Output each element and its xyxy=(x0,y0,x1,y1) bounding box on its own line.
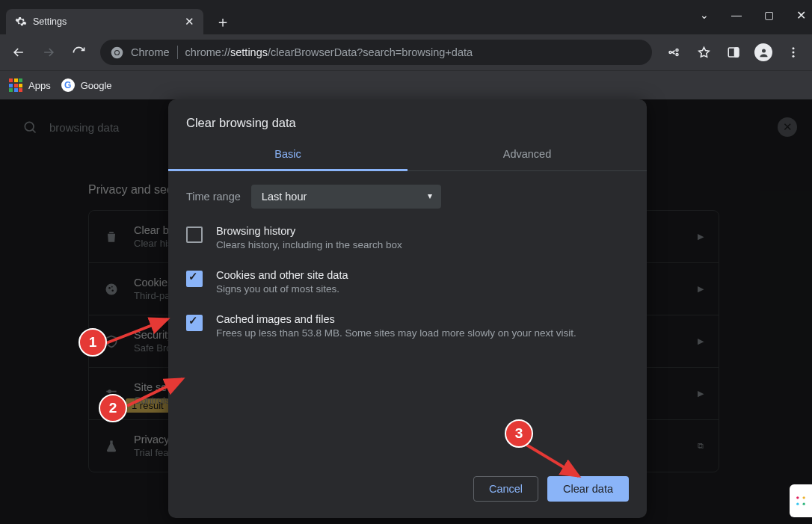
checkbox[interactable] xyxy=(186,226,203,243)
svg-rect-19 xyxy=(793,493,808,508)
reload-button[interactable] xyxy=(66,40,91,65)
minimize-icon[interactable]: ― xyxy=(731,9,742,21)
time-range-row: Time range Last hour xyxy=(186,185,629,209)
option-title: Browsing history xyxy=(216,225,402,237)
clear-data-option: Browsing historyClears history, includin… xyxy=(186,225,629,253)
omnibox-url: chrome://settings/clearBrowserData?searc… xyxy=(185,46,473,58)
svg-point-8 xyxy=(793,55,795,58)
dialog-title: Clear browsing data xyxy=(168,99,647,139)
clear-data-option: Cached images and filesFrees up less tha… xyxy=(186,313,629,341)
time-range-label: Time range xyxy=(186,191,241,203)
bookmark-star-icon[interactable] xyxy=(691,40,716,65)
svg-point-23 xyxy=(803,503,805,505)
annotation-arrow-3 xyxy=(523,442,591,487)
annotation-badge-1: 1 xyxy=(79,328,107,357)
annotation-arrow-1 xyxy=(103,316,178,354)
clear-data-option: Cookies and other site dataSigns you out… xyxy=(186,269,629,297)
new-tab-button[interactable]: ＋ xyxy=(212,11,233,32)
svg-point-5 xyxy=(762,49,766,52)
dialog-tabs: Basic Advanced xyxy=(168,139,647,171)
chevron-down-icon[interactable]: ⌄ xyxy=(700,9,709,21)
svg-point-7 xyxy=(793,52,795,54)
option-desc: Clears history, including in the search … xyxy=(216,238,402,253)
share-icon[interactable] xyxy=(661,40,686,65)
checkbox[interactable] xyxy=(186,271,203,287)
sidepanel-icon[interactable] xyxy=(721,40,746,65)
omnibox-divider xyxy=(177,46,178,59)
svg-point-20 xyxy=(796,496,799,499)
google-g-icon: G xyxy=(61,78,75,92)
annotation-badge-2: 2 xyxy=(99,394,127,422)
back-button[interactable] xyxy=(6,40,31,65)
annotation-badge-3: 3 xyxy=(505,419,533,448)
bookmark-apps[interactable]: Apps xyxy=(9,78,51,92)
close-window-icon[interactable]: ✕ xyxy=(796,8,806,22)
maximize-icon[interactable]: ▢ xyxy=(764,9,774,21)
extension-launcher[interactable] xyxy=(790,484,812,517)
option-desc: Frees up less than 53.8 MB. Some sites m… xyxy=(216,327,576,341)
checkbox[interactable] xyxy=(186,315,203,331)
kebab-menu-icon[interactable] xyxy=(781,40,806,65)
option-title: Cookies and other site data xyxy=(216,269,348,281)
bookmarks-bar: Apps G Google xyxy=(0,70,812,99)
time-range-select[interactable]: Last hour xyxy=(251,185,441,209)
svg-rect-4 xyxy=(735,48,739,57)
svg-point-6 xyxy=(793,47,795,49)
option-desc: Signs you out of most sites. xyxy=(216,283,348,297)
svg-line-18 xyxy=(526,445,579,476)
window-controls: ⌄ ― ▢ ✕ xyxy=(700,0,806,30)
settings-page: browsing data ✕ Privacy and security 1 r… xyxy=(0,99,812,524)
svg-line-16 xyxy=(106,319,167,343)
tab-close-icon[interactable]: ✕ xyxy=(185,15,194,28)
option-title: Cached images and files xyxy=(216,313,576,325)
apps-grid-icon xyxy=(9,78,22,92)
tab-basic[interactable]: Basic xyxy=(168,139,407,171)
tab-title: Settings xyxy=(33,16,67,27)
annotation-arrow-2 xyxy=(124,376,191,413)
omnibox-scheme-label: Chrome xyxy=(131,46,170,58)
svg-line-17 xyxy=(127,379,182,406)
tab-advanced[interactable]: Advanced xyxy=(407,139,647,170)
toolbar: Chrome chrome://settings/clearBrowserDat… xyxy=(0,34,812,70)
forward-button[interactable] xyxy=(36,40,61,65)
profile-avatar[interactable] xyxy=(751,40,776,65)
svg-point-21 xyxy=(796,503,799,505)
omnibox[interactable]: Chrome chrome://settings/clearBrowserDat… xyxy=(100,40,652,65)
chrome-logo-icon xyxy=(111,46,123,59)
titlebar: Settings ✕ ＋ ⌄ ― ▢ ✕ xyxy=(0,0,812,34)
svg-point-22 xyxy=(803,496,805,499)
bookmark-google[interactable]: G Google xyxy=(61,78,112,92)
gear-icon xyxy=(15,16,27,28)
browser-tab[interactable]: Settings ✕ xyxy=(6,9,203,34)
svg-point-2 xyxy=(115,51,119,55)
